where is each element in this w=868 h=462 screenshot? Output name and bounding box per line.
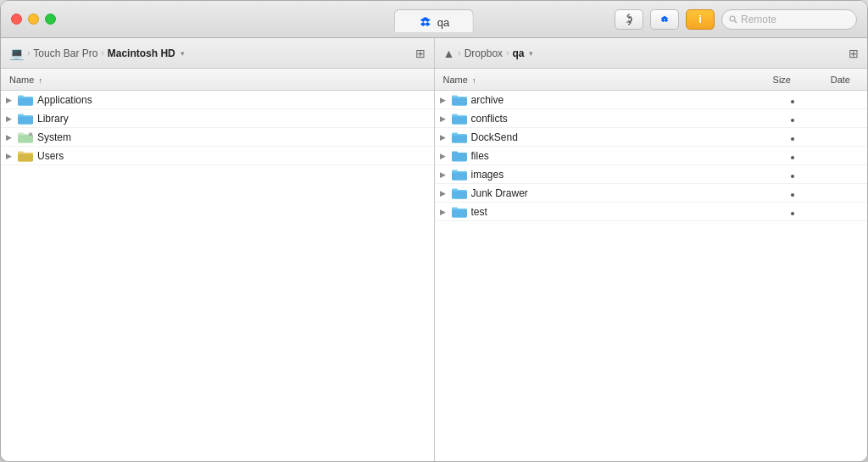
folder-svg (452, 169, 467, 181)
expand-arrow[interactable]: ▶ (440, 208, 452, 216)
titlebar: qa i (1, 1, 867, 38)
sync-icon (623, 14, 635, 25)
list-item[interactable]: ▶ archive (435, 91, 868, 109)
left-view-toggle[interactable]: ⊞ (415, 47, 426, 60)
list-item[interactable]: ▶ Applications (1, 91, 434, 109)
folder-icon (452, 206, 467, 218)
folder-svg (452, 187, 467, 199)
macintosh-hd-dropdown-icon[interactable]: ▾ (181, 49, 185, 58)
file-name: files (471, 150, 744, 162)
file-size (743, 170, 794, 180)
folder-icon (452, 169, 467, 181)
info-icon: i (698, 13, 702, 25)
list-item[interactable]: ▶ DockSend (435, 128, 868, 147)
search-icon (729, 15, 737, 24)
left-file-list[interactable]: ▶ Applications ▶ (1, 91, 434, 461)
sep2: › (101, 48, 103, 58)
list-item[interactable]: ▶ Junk Drawer (435, 184, 868, 203)
expand-arrow[interactable]: ▶ (6, 114, 18, 123)
expand-arrow[interactable]: ▶ (6, 133, 18, 142)
file-size (743, 151, 794, 161)
content-area: 💻 › Touch Bar Pro › Macintosh HD ▾ ⊞ Nam… (1, 38, 867, 461)
breadcrumb-qa[interactable]: qa (512, 47, 524, 59)
right-col-header: Name ↑ Size Date (435, 69, 868, 91)
file-name: Users (37, 150, 429, 162)
file-name: images (471, 169, 744, 181)
expand-arrow[interactable]: ▶ (440, 133, 452, 142)
size-col-header: Size (740, 75, 791, 85)
list-item[interactable]: ▶ Users (1, 147, 434, 165)
folder-icon (18, 94, 33, 106)
traffic-lights (11, 14, 56, 25)
left-breadcrumb: 💻 › Touch Bar Pro › Macintosh HD ▾ ⊞ (1, 38, 434, 69)
folder-icon (452, 131, 467, 143)
left-name-col-header: Name ↑ (9, 75, 426, 85)
main-window: qa i (0, 0, 868, 462)
right-name-col-header: Name ↑ (443, 75, 741, 85)
grid-view-icon[interactable]: ⊞ (415, 47, 426, 60)
right-grid-view-icon[interactable]: ⊞ (849, 47, 859, 60)
folder-x-badge: ✕ (28, 131, 33, 138)
folder-svg (452, 113, 467, 125)
expand-arrow[interactable]: ▶ (440, 170, 452, 179)
right-pane: ▲ › Dropbox › qa ▾ ⊞ Name ↑ Size Date (435, 38, 868, 461)
svg-line-1 (735, 20, 737, 23)
sep1: › (27, 48, 30, 58)
sep4: › (506, 48, 509, 58)
folder-icon (18, 150, 33, 162)
breadcrumb-dropbox[interactable]: Dropbox (465, 47, 503, 59)
list-item[interactable]: ▶ ✕ System (1, 128, 434, 147)
folder-icon (452, 113, 467, 125)
folder-icon (452, 94, 467, 106)
dropbox-tab-icon (419, 15, 432, 29)
date-col-header: Date (791, 75, 859, 85)
right-view-toggle[interactable]: ⊞ (849, 47, 859, 60)
file-name: System (37, 131, 429, 143)
tab-label: qa (437, 16, 449, 29)
right-file-list[interactable]: ▶ archive ▶ (435, 91, 868, 461)
breadcrumb-touch-bar-pro[interactable]: Touch Bar Pro (33, 47, 97, 59)
expand-arrow[interactable]: ▶ (440, 189, 452, 198)
close-button[interactable] (11, 14, 22, 25)
folder-svg (452, 131, 467, 143)
expand-arrow[interactable]: ▶ (6, 96, 18, 104)
left-pane: 💻 › Touch Bar Pro › Macintosh HD ▾ ⊞ Nam… (1, 38, 435, 461)
folder-svg (18, 113, 33, 125)
list-item[interactable]: ▶ Library (1, 109, 434, 128)
list-item[interactable]: ▶ images (435, 165, 868, 184)
folder-icon (18, 113, 33, 125)
cloud-icon: ▲ (443, 47, 455, 60)
folder-icon (452, 187, 467, 199)
computer-icon: 💻 (9, 47, 24, 60)
file-name: Junk Drawer (471, 187, 744, 199)
file-name: Library (37, 113, 429, 125)
search-box[interactable]: Remote (721, 9, 857, 30)
tab-area: qa (394, 8, 474, 31)
list-item[interactable]: ▶ test (435, 203, 868, 221)
file-size (743, 95, 794, 105)
list-item[interactable]: ▶ files (435, 147, 868, 165)
qa-dropdown-icon[interactable]: ▾ (529, 49, 533, 58)
left-col-header: Name ↑ (1, 69, 434, 91)
expand-arrow[interactable]: ▶ (440, 114, 452, 123)
file-size (743, 132, 794, 142)
dropbox-button[interactable] (650, 9, 679, 30)
expand-arrow[interactable]: ▶ (440, 152, 452, 160)
sync-button[interactable] (615, 9, 643, 30)
minimize-button[interactable] (28, 14, 39, 25)
breadcrumb-macintosh-hd[interactable]: Macintosh HD (108, 47, 175, 59)
expand-arrow[interactable]: ▶ (6, 152, 18, 160)
file-size (743, 188, 794, 198)
file-name: test (471, 206, 744, 218)
file-name: archive (471, 94, 744, 106)
right-sort-arrow: ↑ (472, 76, 476, 85)
maximize-button[interactable] (45, 14, 56, 25)
folder-svg (18, 94, 33, 106)
file-size (743, 207, 794, 217)
tab-qa[interactable]: qa (394, 9, 474, 32)
list-item[interactable]: ▶ conflicts (435, 109, 868, 128)
folder-svg (452, 150, 467, 162)
expand-arrow[interactable]: ▶ (440, 96, 452, 104)
info-button[interactable]: i (686, 9, 715, 30)
folder-icon (452, 150, 467, 162)
